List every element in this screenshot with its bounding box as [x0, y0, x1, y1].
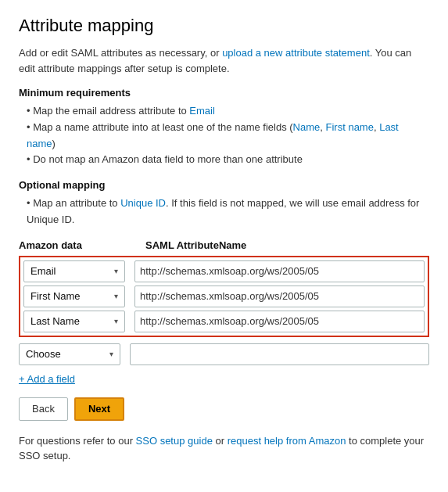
list-item: Map an attribute to Unique ID. If this f…	[27, 196, 429, 228]
email-select-label: Email	[30, 265, 56, 277]
email-saml-input[interactable]	[134, 260, 425, 282]
list-item: Map a name attribute into at least one o…	[27, 120, 429, 153]
footer-text2: or	[213, 435, 228, 447]
optional-chevron-icon: ▾	[109, 350, 113, 358]
button-row: Back Next	[19, 397, 429, 421]
add-field-link[interactable]: + Add a field	[19, 373, 75, 385]
firstname-mapping-row: First Name ▾	[23, 286, 425, 307]
min-req-title: Minimum requirements	[19, 87, 429, 99]
email-link[interactable]: Email	[189, 105, 215, 117]
optional-saml-input[interactable]	[130, 343, 429, 365]
optional-mapping-title: Optional mapping	[19, 179, 429, 191]
optional-mapping-list: Map an attribute to Unique ID. If this f…	[19, 196, 429, 228]
minimum-requirements-section: Minimum requirements Map the email addre…	[19, 87, 429, 168]
optional-select-label: Choose	[26, 348, 61, 360]
optional-amazon-select[interactable]: Choose ▾	[19, 343, 120, 365]
name-link[interactable]: Name	[293, 121, 321, 133]
intro-text: Add or edit SAML attributes as necessary…	[19, 47, 222, 59]
unique-id-link[interactable]: Unique ID	[120, 197, 166, 209]
firstname-select-label: First Name	[30, 290, 81, 302]
list-item: Do not map an Amazon data field to more …	[27, 152, 429, 168]
required-rows-container: Email ▾ First Name ▾ Last Name ▾	[19, 256, 429, 337]
email-mapping-row: Email ▾	[23, 260, 425, 282]
request-help-link[interactable]: request help from Amazon	[228, 435, 346, 447]
lastname-chevron-icon: ▾	[114, 317, 118, 325]
optional-mapping-section: Optional mapping Map an attribute to Uni…	[19, 179, 429, 228]
email-amazon-select[interactable]: Email ▾	[23, 260, 125, 282]
next-button[interactable]: Next	[74, 397, 124, 421]
email-chevron-icon: ▾	[114, 267, 118, 275]
min-req-list: Map the email address attribute to Email…	[19, 103, 429, 168]
lastname-mapping-row: Last Name ▾	[23, 311, 425, 332]
lastname-amazon-select[interactable]: Last Name ▾	[23, 311, 125, 332]
sso-setup-guide-link[interactable]: SSO setup guide	[136, 435, 213, 447]
footer: For questions refer to our SSO setup gui…	[19, 433, 429, 464]
intro-paragraph: Add or edit SAML attributes as necessary…	[19, 45, 429, 76]
firstname-chevron-icon: ▾	[114, 292, 118, 300]
lastname-saml-input[interactable]	[134, 311, 425, 332]
col-saml-label: SAML AttributeName	[145, 239, 429, 251]
page-title: Attribute mapping	[19, 16, 429, 36]
optional-mapping-row: Choose ▾	[19, 343, 429, 365]
lastname-select-label: Last Name	[30, 315, 80, 327]
col-amazon-label: Amazon data	[19, 239, 136, 251]
firstname-saml-input[interactable]	[134, 286, 425, 307]
footer-text1: For questions refer to our	[19, 435, 136, 447]
firstname-amazon-select[interactable]: First Name ▾	[23, 286, 125, 307]
mapping-header: Amazon data SAML AttributeName	[19, 239, 429, 251]
firstname-link[interactable]: First name	[326, 121, 374, 133]
upload-attribute-link[interactable]: upload a new attribute statement	[222, 47, 370, 59]
mapping-table: Amazon data SAML AttributeName Email ▾ F…	[19, 239, 429, 365]
back-button[interactable]: Back	[19, 397, 68, 421]
list-item: Map the email address attribute to Email	[27, 103, 429, 120]
